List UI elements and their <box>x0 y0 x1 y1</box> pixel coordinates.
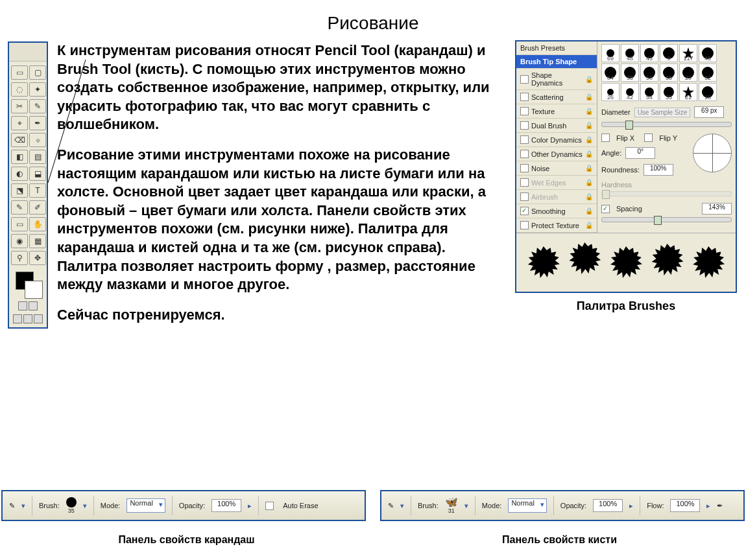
setting-checkbox[interactable] <box>520 221 529 229</box>
brush-setting-item[interactable]: Noise🔒 <box>516 161 597 176</box>
tool-button[interactable]: ⚲ <box>11 251 28 265</box>
angle-input[interactable]: 0° <box>625 147 655 159</box>
tool-button[interactable]: ✂ <box>11 99 28 113</box>
setting-checkbox[interactable] <box>520 75 529 84</box>
screen-mode[interactable] <box>34 314 43 323</box>
lock-icon: 🔒 <box>585 222 593 229</box>
brush-preset[interactable]: 10 <box>699 83 717 101</box>
tool-button[interactable]: ⬔ <box>11 183 28 198</box>
brush-setting-item[interactable]: Scattering🔒 <box>516 90 597 104</box>
angle-dial[interactable] <box>693 134 732 172</box>
brush-setting-item[interactable]: Airbrush🔒 <box>516 190 597 204</box>
brush-preset[interactable]: 54 <box>640 83 658 101</box>
flipy-checkbox[interactable] <box>644 134 653 142</box>
quickmask-toggle[interactable] <box>18 301 27 310</box>
brush-setting-item[interactable]: Protect Texture🔒 <box>516 218 597 233</box>
screen-mode[interactable] <box>13 314 22 323</box>
setting-checkbox[interactable] <box>520 207 529 215</box>
tool-button[interactable]: ▦ <box>29 234 46 248</box>
paragraph: Сейчас потренируемся. <box>57 306 506 325</box>
pencil-brush-picker[interactable]: 35 <box>66 497 77 514</box>
pencil-brush-size: 35 <box>68 508 75 514</box>
brush-setting-item[interactable]: Color Dynamics🔒 <box>516 133 597 147</box>
setting-checkbox[interactable] <box>520 107 529 115</box>
tool-button[interactable]: T <box>29 183 46 198</box>
screen-mode[interactable] <box>23 314 32 323</box>
opacity-input[interactable]: 100% <box>593 499 623 512</box>
background-color[interactable] <box>25 281 43 299</box>
mode-select[interactable]: Normal <box>126 498 165 513</box>
tool-button[interactable]: ◧ <box>11 150 28 164</box>
tool-button[interactable]: ⌖ <box>11 116 28 130</box>
roundness-input[interactable]: 100% <box>644 164 673 176</box>
setting-checkbox[interactable] <box>520 192 529 201</box>
tool-button[interactable]: ▭ <box>11 65 28 80</box>
setting-label: Brush Presets <box>520 44 565 52</box>
lock-icon: 🔒 <box>585 165 593 172</box>
quickmask-toggle[interactable] <box>29 301 38 310</box>
tool-button[interactable]: ✐ <box>29 200 46 215</box>
brush-preset[interactable]: 21 <box>679 83 697 101</box>
tool-button[interactable]: ✋ <box>29 217 46 231</box>
setting-checkbox[interactable] <box>520 135 529 144</box>
brush-setting-item[interactable]: Texture🔒 <box>516 104 597 119</box>
brush-setting-item[interactable]: Brush Presets <box>516 41 597 55</box>
spacing-slider[interactable] <box>654 216 662 225</box>
tool-button[interactable]: ⌫ <box>11 133 28 147</box>
brush-preset[interactable]: 29 <box>679 64 697 82</box>
color-swatches[interactable] <box>9 269 47 299</box>
tool-button[interactable]: ▤ <box>29 150 46 164</box>
tool-button[interactable]: ▭ <box>11 217 28 231</box>
brush-preset[interactable]: 42 <box>621 83 639 101</box>
setting-checkbox[interactable] <box>520 178 529 187</box>
setting-checkbox[interactable] <box>520 150 529 158</box>
brush-preset[interactable]: 35 <box>660 64 678 82</box>
brush-setting-item[interactable]: Dual Brush🔒 <box>516 119 597 133</box>
brush-preset[interactable]: 117 <box>679 44 697 62</box>
setting-checkbox[interactable] <box>520 164 529 172</box>
diameter-input[interactable]: 69 px <box>694 106 724 118</box>
brush-preset[interactable]: 45 <box>640 44 658 62</box>
tool-button[interactable]: ✎ <box>11 200 28 215</box>
airbrush-icon[interactable]: ✒ <box>717 502 723 510</box>
setting-checkbox[interactable] <box>520 121 529 130</box>
spacing-input[interactable]: 143% <box>702 203 732 215</box>
flipx-checkbox[interactable] <box>601 134 610 142</box>
brush-setting-item[interactable]: Brush Tip Shape <box>516 55 597 69</box>
tool-button[interactable]: ◉ <box>11 234 28 248</box>
brush-preset[interactable]: 48 <box>621 44 639 62</box>
brush-preset[interactable]: 32 <box>699 64 717 82</box>
flow-input[interactable]: 100% <box>670 499 700 512</box>
brush-setting-item[interactable]: Other Dynamics🔒 <box>516 147 597 161</box>
brush-setting-item[interactable]: Smoothing🔒 <box>516 204 597 218</box>
tool-button[interactable]: ⬓ <box>29 167 46 181</box>
brush-preset[interactable]: 26 <box>601 83 620 101</box>
tool-button[interactable]: ▢ <box>29 65 46 80</box>
brush-preset[interactable]: 50 <box>640 64 658 82</box>
setting-label: Shape Dynamics <box>531 71 585 87</box>
brush-setting-item[interactable]: Shape Dynamics🔒 <box>516 69 597 90</box>
spacing-checkbox[interactable] <box>601 205 610 213</box>
tool-button[interactable]: ✒ <box>29 116 46 130</box>
tool-button[interactable]: ✎ <box>29 99 46 113</box>
use-sample-size-button[interactable]: Use Sample Size <box>634 108 691 117</box>
brush-preset[interactable]: 45 <box>699 44 717 62</box>
setting-checkbox[interactable] <box>520 93 529 101</box>
brush-preset[interactable]: 69 <box>601 44 620 62</box>
brush-setting-item[interactable]: Wet Edges🔒 <box>516 176 597 190</box>
brushes-column: Brush PresetsBrush Tip ShapeShape Dynami… <box>515 40 737 313</box>
brush-preset[interactable]: 9 <box>660 44 678 62</box>
tool-button[interactable]: ✦ <box>29 82 46 97</box>
brush-preset[interactable]: 35 <box>660 83 678 101</box>
brush-brush-picker[interactable]: 🦋31 <box>445 497 458 514</box>
brush-preset[interactable]: 35 <box>621 64 639 82</box>
tool-button[interactable]: ✥ <box>29 251 46 265</box>
tool-button[interactable]: ◌ <box>11 82 28 97</box>
mode-select[interactable]: Normal <box>508 498 546 513</box>
brush-preset[interactable]: 84 <box>601 64 620 82</box>
auto-erase-checkbox[interactable] <box>265 502 274 510</box>
tool-button[interactable]: ⟐ <box>29 133 46 147</box>
opacity-input[interactable]: 100% <box>211 499 241 512</box>
tool-button[interactable]: ◐ <box>11 167 28 181</box>
diameter-slider[interactable] <box>625 121 633 130</box>
